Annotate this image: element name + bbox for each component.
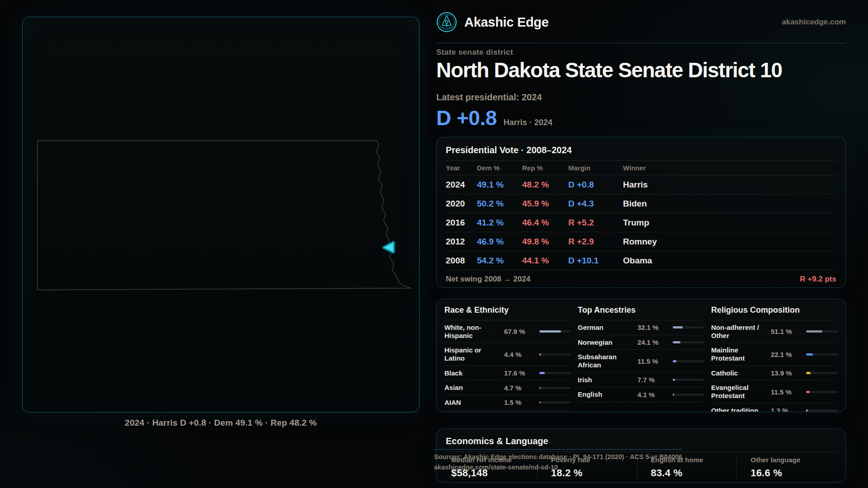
stat-bar-fill xyxy=(539,372,545,374)
stat-label: Other tradition xyxy=(711,407,768,412)
presidential-row-2020: 202050.2 %45.9 %D +4.3Biden xyxy=(446,194,836,213)
economics-stat-value: 83.4 % xyxy=(651,467,737,479)
headline-margin-value: D +0.8 xyxy=(436,106,497,130)
year-cell: 2012 xyxy=(446,237,477,247)
presidential-table-body: 202449.1 %48.2 %D +0.8Harris202050.2 %45… xyxy=(446,175,836,270)
presidential-table-header: Year Dem % Rep % Margin Winner xyxy=(446,161,836,175)
stat-label: Asian xyxy=(444,384,501,392)
margin-cell: D +4.3 xyxy=(568,199,623,209)
stat-bar xyxy=(673,394,704,396)
stat-label: German xyxy=(578,324,635,332)
stat-bar xyxy=(673,379,704,381)
stat-row: AIAN1.5 % xyxy=(444,395,571,410)
district-marker[interactable] xyxy=(384,243,393,252)
stat-label: Evangelical Protestant xyxy=(711,384,768,399)
stat-label: Irish xyxy=(578,376,635,384)
demographics-section-race: Race & EthnicityWhite, non- Hispanic67.9… xyxy=(444,305,571,412)
net-swing-row: Net swing 2008 → 2024 R +9.2 pts xyxy=(446,270,836,288)
stat-bar-fill xyxy=(806,391,810,393)
rep-share-cell: 46.4 % xyxy=(522,218,568,228)
ancestries-title: Top Ancestries xyxy=(578,305,704,320)
rep-share-cell: 44.1 % xyxy=(522,256,568,266)
economics-stat: English at home83.4 % xyxy=(637,456,737,479)
year-cell: 2008 xyxy=(446,256,477,266)
stat-bar xyxy=(539,387,571,389)
district-report: Akashic Edge akashicedge.com State senat… xyxy=(436,0,846,488)
stat-value: 11.5 % xyxy=(637,357,670,365)
stat-value: 32.1 % xyxy=(637,324,670,331)
stat-bar-fill xyxy=(673,394,674,396)
stat-bar-fill xyxy=(806,372,811,374)
stat-bar-fill xyxy=(539,387,541,389)
stat-value: 4.7 % xyxy=(504,384,537,392)
stat-value: 24.1 % xyxy=(637,338,670,346)
stat-row: German32.1 % xyxy=(578,320,704,335)
economics-stat-value: 16.6 % xyxy=(750,467,836,479)
economics-stat: Poverty rate18.2 % xyxy=(537,456,637,479)
stat-bar-fill xyxy=(806,330,822,333)
year-cell: 2020 xyxy=(446,199,477,209)
economics-stat-label: English at home xyxy=(651,456,737,464)
stat-bar xyxy=(539,353,571,356)
stat-bar xyxy=(539,401,571,404)
district-type-eyebrow: State senate district xyxy=(436,48,513,57)
economics-panel-title: Economics & Language xyxy=(446,436,836,446)
stat-row: Subsaharan African11.5 % xyxy=(578,350,704,372)
col-dem: Dem % xyxy=(477,164,522,172)
dem-share-cell: 54.2 % xyxy=(477,256,522,266)
stat-bar xyxy=(673,341,704,343)
stat-label: English xyxy=(578,390,635,399)
stat-bar xyxy=(806,330,838,333)
district-title: North Dakota State Senate District 10 xyxy=(436,58,846,82)
stat-value: 11.5 % xyxy=(771,388,803,396)
dem-share-cell: 46.9 % xyxy=(477,237,522,247)
stat-row: Hispanic or Latino4.4 % xyxy=(444,343,571,366)
dem-share-cell: 50.2 % xyxy=(477,199,522,209)
economics-stat-label: Other language xyxy=(750,456,836,464)
state-outline xyxy=(38,141,411,290)
presidential-row-2012: 201246.9 %49.8 %R +2.9Romney xyxy=(446,232,836,251)
stat-bar-fill xyxy=(673,360,676,362)
brand-domain-link[interactable]: akashicedge.com xyxy=(782,18,846,27)
stat-row: Evangelical Protestant11.5 % xyxy=(711,380,837,403)
stat-bar-fill xyxy=(673,379,675,381)
stat-bar xyxy=(539,372,571,374)
stat-label: White, non- Hispanic xyxy=(444,324,501,339)
stat-row: Mainline Protestant22.1 % xyxy=(711,343,837,366)
stat-row: Black17.6 % xyxy=(444,366,571,381)
demographics-section-religion: Religious CompositionNon-adherent / Othe… xyxy=(711,305,837,412)
stat-bar-fill xyxy=(806,409,807,412)
winner-cell: Harris xyxy=(623,180,836,190)
stat-value: 1.3 % xyxy=(771,407,803,412)
winner-cell: Trump xyxy=(623,218,836,228)
rep-share-cell: 48.2 % xyxy=(522,180,568,190)
stat-bar-fill xyxy=(539,330,561,333)
stat-label: Hispanic or Latino xyxy=(444,346,501,362)
stat-row: Non-adherent / Other51.1 % xyxy=(711,320,837,343)
margin-cell: D +0.8 xyxy=(568,180,623,190)
map-caption: 2024 · Harris D +0.8 · Dem 49.1 % · Rep … xyxy=(22,418,420,428)
margin-cell: D +10.1 xyxy=(568,256,623,266)
state-map-panel xyxy=(22,17,420,413)
economics-stat: Median HH income$58,148 xyxy=(446,456,537,479)
stat-value: 13.9 % xyxy=(771,369,803,377)
stat-label: Mainline Protestant xyxy=(711,346,768,362)
brand-name: Akashic Edge xyxy=(464,15,549,30)
religion-title: Religious Composition xyxy=(711,305,837,320)
stat-bar xyxy=(806,409,838,412)
page: 2024 · Harris D +0.8 · Dem 49.1 % · Rep … xyxy=(0,0,868,488)
stat-value: 51.1 % xyxy=(771,328,803,335)
margin-cell: R +2.9 xyxy=(568,237,623,247)
col-rep: Rep % xyxy=(522,164,568,172)
presidential-panel-title: Presidential Vote · 2008–2024 xyxy=(446,145,836,155)
stat-label: AIAN xyxy=(444,399,501,407)
economics-stat-value: $58,148 xyxy=(451,467,537,479)
stat-value: 22.1 % xyxy=(771,351,803,358)
winner-cell: Romney xyxy=(623,237,836,247)
stat-row: Norwegian24.1 % xyxy=(578,335,704,350)
stat-bar xyxy=(806,353,838,356)
header-divider xyxy=(436,43,846,43)
rep-share-cell: 49.8 % xyxy=(522,237,568,247)
winner-cell: Obama xyxy=(623,256,836,266)
col-year: Year xyxy=(446,164,477,172)
